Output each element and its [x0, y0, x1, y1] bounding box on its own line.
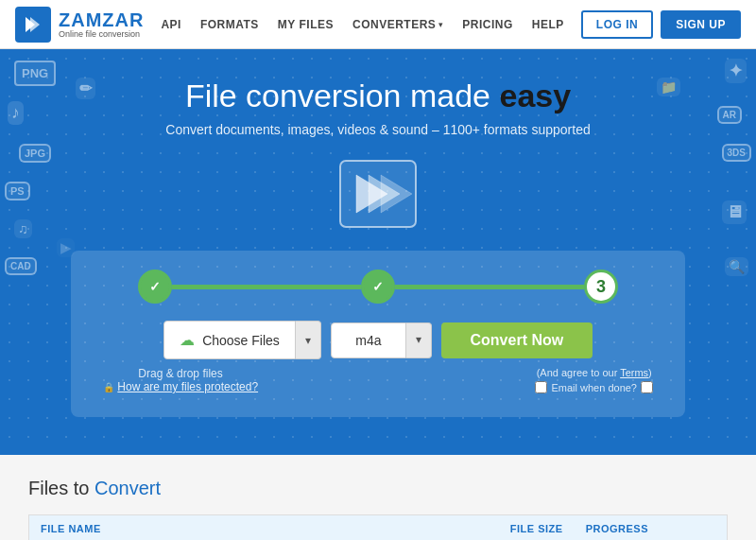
choose-files-dropdown[interactable]: ▾ — [296, 321, 321, 359]
helper-row: Drag & drop files 🔒 How are my files pro… — [99, 367, 657, 393]
col-filesize: FILE SIZE — [480, 515, 575, 541]
files-section: Files to Convert FILE NAME FILE SIZE PRO… — [0, 455, 756, 540]
nav-formats[interactable]: FORMATS — [200, 18, 259, 31]
choose-files-label: Choose Files — [202, 333, 280, 348]
file-protection: 🔒 How are my files protected? — [103, 380, 258, 393]
files-title: Files to Convert — [28, 478, 728, 499]
agree-text: (And agree to our — [537, 367, 620, 378]
files-table-head: FILE NAME FILE SIZE PROGRESS — [29, 515, 728, 541]
files-table: FILE NAME FILE SIZE PROGRESS file_exampl… — [28, 514, 728, 540]
drag-drop-text: Drag & drop files — [103, 367, 258, 380]
hero-title-normal: File conversion made — [185, 78, 500, 113]
step-2: ✓ — [361, 270, 395, 304]
format-dropdown[interactable]: ▾ — [406, 322, 432, 358]
hero-title-easy: easy — [499, 78, 571, 113]
hero-center-icon — [335, 156, 421, 232]
choose-files-button[interactable]: ☁ Choose Files — [163, 321, 296, 359]
svg-marker-1 — [30, 17, 40, 32]
step-3-label: 3 — [596, 277, 606, 297]
step-1-label: ✓ — [149, 279, 161, 294]
hero-title: File conversion made easy — [19, 78, 737, 114]
col-progress: PROGRESS — [575, 515, 688, 541]
left-helpers: Drag & drop files 🔒 How are my files pro… — [103, 367, 258, 393]
step-1: ✓ — [138, 270, 172, 304]
steps-row: ✓ ✓ 3 — [99, 270, 657, 304]
convert-button[interactable]: Convert Now — [441, 322, 593, 358]
format-display[interactable]: m4a — [331, 322, 406, 358]
logo-area: ZAMZAR Online file conversion — [15, 7, 144, 43]
controls-row: ☁ Choose Files ▾ m4a ▾ Convert Now — [99, 321, 657, 359]
converter-box: ✓ ✓ 3 ☁ Choose Files ▾ m4a ▾ — [71, 251, 685, 417]
email-row: Email when done? — [535, 381, 653, 393]
nav-help[interactable]: HELP — [532, 18, 564, 31]
step-line-1 — [172, 285, 361, 289]
header: ZAMZAR Online file conversion API FORMAT… — [0, 0, 756, 49]
logo-text: ZAMZAR Online file conversion — [59, 9, 144, 40]
email-checkbox-2[interactable] — [641, 381, 653, 393]
step-line-2 — [395, 285, 584, 289]
lock-icon: 🔒 — [103, 382, 114, 392]
logo-icon — [15, 7, 51, 43]
cloud-upload-icon: ☁ — [180, 331, 195, 349]
hero-section: PNG ♪ JPG PS ♫ CAD ✦ AR 3DS 🖥 🔍 ✏ 📁 ▶ Fi… — [0, 49, 756, 455]
files-title-part1: Files to — [28, 478, 94, 498]
step-3: 3 — [584, 270, 618, 304]
signup-button[interactable]: SIGN UP — [661, 10, 741, 39]
email-checkbox[interactable] — [535, 381, 547, 393]
nav-converters[interactable]: CONVERTERS ▾ — [352, 18, 443, 31]
brand-name: ZAMZAR — [59, 9, 144, 30]
right-helpers: (And agree to our Terms) Email when done… — [535, 367, 653, 393]
agree-close: ) — [648, 367, 652, 378]
hero-subtitle: Convert documents, images, videos & soun… — [19, 122, 737, 137]
converters-caret: ▾ — [438, 20, 443, 29]
file-protection-link[interactable]: How are my files protected? — [117, 380, 258, 393]
nav-links: API FORMATS MY FILES CONVERTERS ▾ PRICIN… — [161, 18, 563, 31]
nav-pricing[interactable]: PRICING — [462, 18, 513, 31]
nav-my-files[interactable]: MY FILES — [278, 18, 334, 31]
choose-files-wrap: ☁ Choose Files ▾ — [163, 321, 321, 359]
files-table-header-row: FILE NAME FILE SIZE PROGRESS — [29, 515, 728, 541]
terms-link[interactable]: Terms — [620, 367, 648, 378]
nav-api[interactable]: API — [161, 18, 181, 31]
col-action — [688, 515, 728, 541]
format-select-wrap: m4a ▾ — [331, 322, 432, 358]
step-2-label: ✓ — [372, 279, 384, 294]
convert-helper: (And agree to our Terms) — [535, 367, 653, 378]
header-buttons: LOG IN SIGN UP — [581, 10, 741, 39]
login-button[interactable]: LOG IN — [581, 10, 653, 39]
brand-tagline: Online file conversion — [59, 30, 144, 40]
nav-converters-link[interactable]: CONVERTERS — [352, 18, 436, 31]
files-title-part2: Convert — [94, 478, 161, 498]
col-filename: FILE NAME — [29, 515, 480, 541]
email-label: Email when done? — [551, 382, 637, 393]
